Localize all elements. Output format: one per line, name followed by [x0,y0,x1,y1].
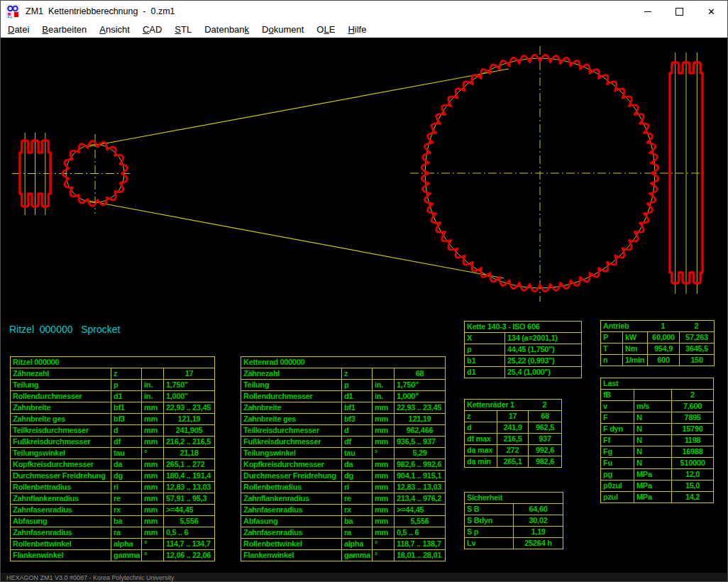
cell: 64,60 [513,504,563,515]
cell: 60,000 [647,332,679,343]
cell: Rollenbettradius [11,482,111,493]
cell: Rollendurchmesser [11,391,111,402]
cell: p [341,380,372,390]
cell: 1,000" [163,391,214,402]
table-header: Antrieb12 [601,321,714,331]
cell: 7895 [671,412,713,423]
cell: dg [341,471,372,481]
table-row: vm/s7,600 [601,400,713,412]
cell: mm [141,482,163,493]
cell: mm [141,459,163,470]
table-row: Kopfkreisdurchmesserdamm982,6 .. 992,6 [241,459,445,470]
cell: Abfasung [11,516,111,527]
table-row: Flankenwinkelgamma°18,01 .. 28,01 [241,549,445,561]
cell: mm [141,493,163,504]
cell: 25,4 (1,000") [504,367,581,378]
maximize-button[interactable] [663,1,695,22]
cell: 21,18 [163,448,214,459]
cell: mm [141,436,163,447]
cell: 121,19 [394,414,445,424]
cell: mm [372,482,394,493]
menu-item-ansicht[interactable]: Ansicht [93,22,136,38]
table-row: Durchmesser Freidrehungdgmm180,4 .. 191,… [11,470,214,481]
cell: S Bdyn [465,515,513,526]
cell: ra [111,527,141,538]
cell: 1,19 [513,527,563,537]
menu-item-ole[interactable]: OLE [310,22,341,38]
cell: d1 [111,391,141,402]
table-header: Ritzel 000000 [11,357,214,368]
cell: S B [465,504,513,515]
cell: Fußkreisdurchmesser [11,436,111,447]
cell: Ff [601,435,634,446]
menu-item-cad[interactable]: CAD [136,22,168,38]
cell: 12,83 .. 13,03 [394,482,445,493]
cell: mm [141,527,163,538]
cell: 12,83 .. 13,03 [163,482,214,493]
menu-item-dokument[interactable]: Dokument [255,22,310,38]
table-last: LastfB2vm/s7,600FN7895F dynN15790FfN1198… [600,378,714,503]
cell: 600 [647,355,679,366]
cell: dg [111,471,141,481]
cell: n [601,355,622,366]
cell: Teilkreisdurchmesser [11,425,111,436]
cell: Teilungswinkel [11,448,111,459]
menu-item-datei[interactable]: Datei [1,22,35,38]
cell: 265,1 [497,456,528,467]
cell: mm [372,414,394,424]
menu-item-stl[interactable]: STL [168,22,198,38]
table-row: da min265,1982,6 [465,456,561,467]
table-row: Zahnbreite gesbf3mm121,19 [241,413,445,424]
table-row: X134 (a=2001,1) [465,332,581,344]
close-icon: ✕ [707,7,715,16]
table-kettenrad: Kettenrad 000000Zähnezahlz68Teilungpin.1… [241,356,446,561]
menu-item-bearbeiten[interactable]: Bearbeiten [35,22,93,38]
table-title: Kettenrad 000000 [241,357,445,368]
cell: mm [372,505,394,515]
table-row: d125,4 (1,000") [465,366,581,378]
cell: 30,02 [513,515,563,526]
table-row: S Bdyn30,02 [465,515,563,526]
cell: mm [372,471,394,481]
menu-item-datenbank[interactable]: Datenbank [198,22,255,38]
close-button[interactable]: ✕ [695,1,727,22]
app-icon [6,4,20,18]
menu-item-hilfe[interactable]: Hilfe [341,22,373,38]
cell: pg [601,469,634,480]
cell: 936,5 .. 937 [394,436,445,447]
cell: mm [141,402,163,413]
cell: F dyn [601,424,634,434]
status-bar: HEXAGON ZM1 V3.0 #0087 - Korea Polytechn… [1,573,727,582]
cell: X [465,333,504,344]
cell: rx [111,505,141,515]
cell: df [341,436,372,447]
table-row: p44,45 (1,750") [465,344,581,355]
table-antrieb: Antrieb12PkW60,00057,263TNm954,93645,5n1… [600,320,715,366]
cell: 0,5 .. 6 [394,527,445,538]
cell: 510000 [671,458,713,468]
table-kettenraeder: Kettenräder12z1768d241,9962,5df max216,5… [464,399,562,468]
column-header: 2 [528,400,561,410]
cell: bf3 [111,414,141,424]
cell: P [601,332,622,343]
table-row: pgMPa12,0 [601,468,713,480]
cell: 114,7 .. 134,7 [163,539,214,549]
menu-bar: DateiBearbeitenAnsichtCADSTLDatenbankDok… [1,22,727,38]
cell: Zahnbreite [11,402,111,413]
cell: Zahnfasenradius [241,527,341,538]
table-row: b125,22 (0,993") [465,355,581,366]
minimize-button[interactable] [632,1,663,22]
cell: 134 (a=2001,1) [504,333,581,344]
table-row: FN7895 [601,412,713,423]
table-title: Antrieb [601,321,647,331]
table-row: Teilkreisdurchmesserdmm241,905 [11,424,214,436]
cell: v [601,401,634,412]
cell: df max [465,434,497,444]
cell: 1,750" [394,380,445,390]
table-ritzel: Ritzel 000000Zähnezahlz17Teilungpin.1,75… [10,356,215,561]
table-row: Rollendurchmesserd1in.1,000" [11,390,214,402]
cell: Rollenbettwinkel [241,539,341,549]
table-row: Zähnezahlz17 [11,368,214,379]
table-kette: Kette 140-3 - ISO 606X134 (a=2001,1)p44,… [464,321,582,378]
cell: 982,6 [528,456,561,467]
